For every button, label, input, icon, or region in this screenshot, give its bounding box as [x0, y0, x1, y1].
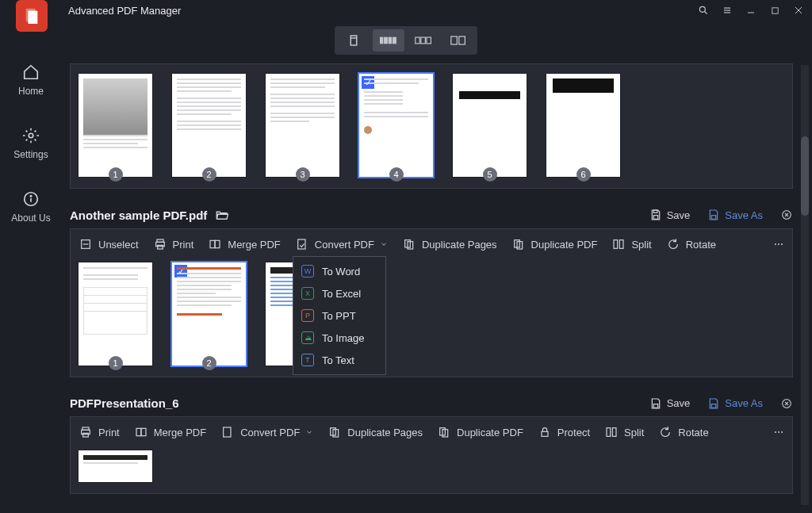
save-as-button[interactable]: Save As — [707, 397, 763, 410]
save-button[interactable]: Save — [649, 209, 691, 221]
convert-pdf-dropdown[interactable]: Convert PDF — [295, 237, 388, 251]
save-button[interactable]: Save — [649, 397, 691, 410]
protect-button[interactable]: Protect — [538, 425, 590, 439]
convert-to-excel[interactable]: XTo Excel — [293, 282, 385, 304]
close-document-button[interactable] — [780, 209, 793, 221]
document-header: Another sample PDF.pdf Save Save As — [70, 205, 793, 228]
view-mode-dual[interactable] — [442, 29, 474, 52]
svg-rect-21 — [416, 37, 420, 44]
close-icon[interactable] — [790, 2, 807, 19]
save-as-button[interactable]: Save As — [707, 209, 763, 221]
page-thumbnail[interactable]: ✓ 4 — [359, 74, 433, 177]
sidebar-item-home[interactable]: Home — [0, 56, 62, 105]
svg-rect-66 — [612, 428, 616, 437]
page-number-badge: 3 — [296, 167, 310, 182]
convert-pdf-dropdown[interactable]: Convert PDF — [220, 425, 313, 439]
view-mode-grid-small[interactable] — [373, 29, 404, 52]
page-thumbnail[interactable]: 2 — [172, 74, 246, 177]
rotate-button[interactable]: Rotate — [666, 237, 716, 251]
convert-pdf-menu: WTo Word XTo Excel PTo PPT ⛰To Image TTo… — [293, 256, 386, 375]
document-section: Unselect Print Merge PDF Convert PDF Dup… — [70, 228, 793, 377]
folder-open-icon[interactable] — [215, 208, 229, 222]
svg-rect-36 — [157, 245, 163, 249]
svg-point-0 — [699, 6, 705, 12]
svg-rect-44 — [614, 240, 618, 249]
svg-rect-19 — [389, 37, 392, 44]
sidebar-item-about[interactable]: About Us — [0, 182, 62, 232]
convert-to-ppt[interactable]: PTo PPT — [293, 304, 385, 327]
page-thumbnails — [79, 447, 784, 482]
svg-point-48 — [781, 243, 783, 245]
svg-rect-6 — [772, 7, 777, 13]
duplicate-pages-button[interactable]: Duplicate Pages — [402, 237, 497, 251]
svg-point-14 — [30, 196, 31, 197]
menu-icon[interactable] — [718, 2, 736, 19]
duplicate-pages-button[interactable]: Duplicate Pages — [327, 425, 423, 439]
merge-pdf-button[interactable]: Merge PDF — [134, 425, 206, 439]
svg-rect-64 — [542, 431, 548, 436]
chevron-down-icon — [380, 240, 388, 248]
svg-rect-18 — [385, 37, 388, 44]
duplicate-pdf-button[interactable]: Duplicate PDF — [437, 425, 523, 439]
svg-rect-26 — [653, 210, 657, 212]
svg-rect-20 — [393, 37, 396, 44]
svg-rect-28 — [712, 216, 716, 220]
search-icon[interactable] — [695, 2, 712, 19]
app-title: Advanced PDF Manager — [68, 5, 181, 17]
document-toolbar: Print Merge PDF Convert PDF Duplicate Pa… — [79, 423, 784, 447]
svg-point-67 — [775, 431, 776, 433]
maximize-icon[interactable] — [766, 2, 783, 19]
svg-rect-22 — [421, 37, 426, 44]
rotate-button[interactable]: Rotate — [658, 425, 708, 439]
scrollbar-track[interactable] — [801, 65, 809, 505]
svg-rect-24 — [451, 36, 458, 44]
svg-line-1 — [705, 12, 707, 14]
convert-to-image[interactable]: ⛰To Image — [293, 327, 385, 349]
page-thumbnail[interactable]: ✓ 2 — [172, 262, 246, 366]
close-document-button[interactable] — [780, 397, 793, 410]
page-number-badge: 4 — [389, 167, 404, 182]
split-button[interactable]: Split — [604, 425, 644, 439]
svg-rect-56 — [83, 433, 89, 437]
gear-icon — [22, 127, 40, 144]
svg-rect-57 — [136, 428, 141, 435]
svg-rect-23 — [427, 37, 431, 44]
scrollbar-thumb[interactable] — [801, 136, 809, 216]
title-bar: Advanced PDF Manager — [0, 0, 812, 21]
page-thumbnail[interactable]: 1 — [79, 262, 152, 366]
unselect-button[interactable]: Unselect — [79, 237, 139, 251]
print-button[interactable]: Print — [79, 425, 120, 439]
svg-rect-15 — [350, 36, 357, 45]
page-thumbnail[interactable]: 1 — [79, 74, 152, 177]
split-button[interactable]: Split — [611, 237, 651, 251]
page-number-badge: 2 — [202, 356, 216, 370]
svg-rect-27 — [653, 216, 657, 220]
merge-pdf-button[interactable]: Merge PDF — [208, 237, 280, 251]
svg-rect-37 — [210, 240, 215, 247]
page-number-badge: 2 — [202, 167, 216, 182]
convert-to-text[interactable]: TTo Text — [293, 349, 385, 371]
sidebar: Home Settings About Us — [0, 56, 62, 232]
document-name: Another sample PDF.pdf — [70, 209, 207, 222]
svg-rect-38 — [215, 240, 220, 247]
page-thumbnail[interactable]: 6 — [546, 74, 620, 177]
duplicate-pdf-button[interactable]: Duplicate PDF — [511, 237, 598, 251]
view-mode-grid-large[interactable] — [408, 29, 439, 52]
page-thumbnail[interactable]: 3 — [266, 74, 339, 177]
toolbar-more-button[interactable] — [773, 239, 784, 250]
lock-icon — [538, 426, 551, 438]
page-thumbnail[interactable]: 5 — [453, 74, 527, 177]
convert-to-word[interactable]: WTo Word — [293, 260, 385, 282]
page-thumbnail[interactable] — [79, 450, 152, 482]
minimize-icon[interactable] — [742, 2, 760, 19]
document-name: PDFPresentation_6 — [70, 396, 179, 410]
page-number-badge: 1 — [109, 167, 123, 182]
svg-rect-17 — [380, 37, 383, 44]
sidebar-item-label: Settings — [13, 149, 48, 160]
sidebar-item-settings[interactable]: Settings — [0, 119, 62, 168]
toolbar-more-button[interactable] — [773, 427, 784, 438]
document-section: Print Merge PDF Convert PDF Duplicate Pa… — [70, 416, 793, 494]
view-mode-single[interactable] — [338, 29, 370, 52]
close-circle-icon — [780, 209, 793, 221]
print-button[interactable]: Print — [153, 237, 194, 251]
